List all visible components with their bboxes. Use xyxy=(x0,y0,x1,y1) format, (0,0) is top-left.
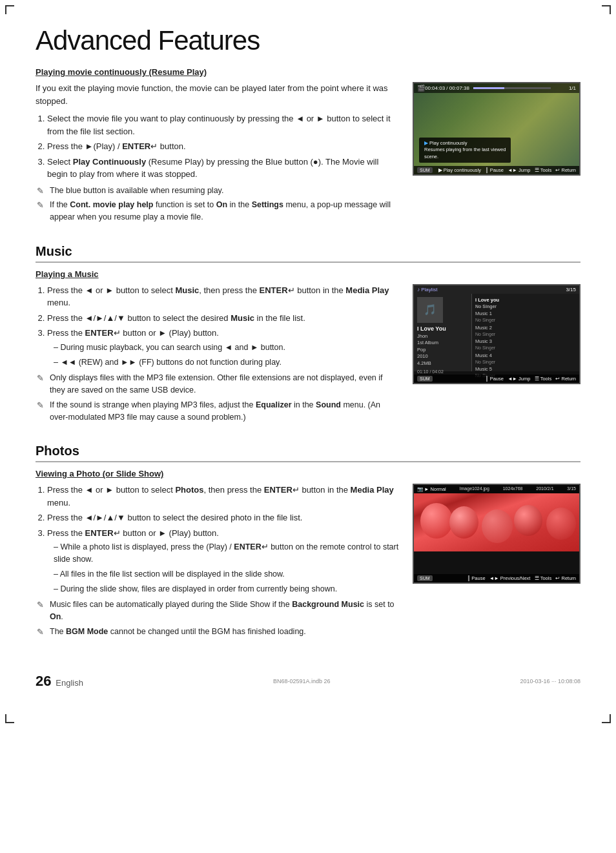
movie-popup-line2: Resumes playing from the last viewed xyxy=(424,147,506,154)
music-list-item-2: Music 1No Singer xyxy=(475,311,576,324)
photos-tv-controls: ║ Pause ◄► Previous/Next ☰ Tools ↩ Retur… xyxy=(467,575,576,581)
movie-notes: The blue button is available when resumi… xyxy=(36,185,400,223)
photos-sub-step-3: During the slide show, files are display… xyxy=(54,583,400,595)
music-size: 4.2MB xyxy=(417,360,468,367)
music-section-title: Music xyxy=(36,244,580,263)
music-subsection-title: Playing a Music xyxy=(36,269,580,279)
photos-tv-icon: 📷 ► Normal xyxy=(417,486,446,492)
photos-sum-badge: SUM xyxy=(417,575,433,581)
music-list-item-5: Music 4No Singer xyxy=(475,353,576,365)
music-tv-top-bar: ♪ Playlist 3/15 xyxy=(414,285,579,294)
movie-tv-icon: 🎬 xyxy=(417,85,425,92)
movie-progress-bar xyxy=(473,87,551,89)
apple-4 xyxy=(514,505,542,536)
music-time: 01:10 / 04:02 xyxy=(417,369,468,374)
music-notes: Only displays files with the MP3 file ex… xyxy=(36,372,400,423)
movie-note-2: If the Cont. movie play help function is… xyxy=(36,199,400,223)
page-content: Advanced Features Playing movie continuo… xyxy=(0,0,616,728)
page-footer: 26 English BN68-02591A.indb 26 2010-03-1… xyxy=(36,666,580,690)
movie-step-3: Select Play Continuously (Resume Play) b… xyxy=(47,156,400,181)
movie-progress-fill xyxy=(473,87,504,89)
music-step-1: Press the ◄ or ► button to select Music,… xyxy=(47,284,400,309)
photos-steps: Press the ◄ or ► button to select Photos… xyxy=(36,484,400,595)
movie-sum-badge: SUM xyxy=(417,167,433,173)
music-tv-right: I Love youNo Singer Music 1No Singer Mus… xyxy=(472,294,579,371)
music-tv-body: 🎵 I Love You Jhon 1st Album Pop 2010 4.2… xyxy=(414,294,579,371)
music-step-2: Press the ◄/►/▲/▼ button to select the d… xyxy=(47,312,400,325)
photos-section-title: Photos xyxy=(36,444,580,462)
movie-tv-top-bar: 🎬 00:04:03 / 00:07:38 1/1 xyxy=(414,83,579,93)
music-sub-step-2: ◄◄ (REW) and ►► (FF) buttons do not func… xyxy=(54,356,400,369)
footer-date: 2010-03-16 ··· 10:08:08 xyxy=(520,678,580,684)
music-tv-screen: ♪ Playlist 3/15 🎵 I Love You Jhon 1st Al… xyxy=(413,284,580,384)
movie-intro: If you exit the playing movie function, … xyxy=(36,82,400,107)
movie-step-1: Select the movie file you want to play c… xyxy=(47,112,400,138)
photos-subsection-title: Viewing a Photo (or Slide Show) xyxy=(36,469,580,478)
music-note-2: If the sound is strange when playing MP3… xyxy=(36,399,400,424)
corner-mark-tl xyxy=(5,5,14,14)
music-year: 2010 xyxy=(417,353,468,360)
music-note-1: Only displays files with the MP3 file ex… xyxy=(36,372,400,396)
music-step-3: Press the ENTER↵ button or ► (Play) butt… xyxy=(47,327,400,368)
footer-filename: BN68-02591A.indb 26 xyxy=(273,678,331,684)
music-sub-step-1: During music playback, you can search us… xyxy=(54,342,400,354)
music-list-item-4: Music 3No Singer xyxy=(475,338,576,351)
photos-sub-step-2: All files in the file list section will … xyxy=(54,568,400,581)
movie-image-col: 🎬 00:04:03 / 00:07:38 1/1 ▶ Play continu… xyxy=(413,82,580,176)
photos-notes: Music files can be automatically played … xyxy=(36,599,400,637)
music-tv-left: 🎵 I Love You Jhon 1st Album Pop 2010 4.2… xyxy=(414,294,472,371)
photos-step-1: Press the ◄ or ► button to select Photos… xyxy=(47,484,400,509)
photos-sub-steps: While a photo list is displayed, press t… xyxy=(47,541,400,595)
photos-image-col: 📷 ► Normal Image1024.jpg 1024x768 2010/2… xyxy=(413,484,580,584)
apple-5 xyxy=(546,508,576,540)
page-title: Advanced Features xyxy=(36,26,580,56)
music-tv-page: 3/15 xyxy=(566,287,576,293)
photos-note-2: The BGM Mode cannot be changed until the… xyxy=(36,626,400,638)
movie-text-col: If you exit the playing movie function, … xyxy=(36,82,400,226)
music-tv-bottom-bar: SUM ║ Pause ◄► Jump ☰ Tools ↩ Return xyxy=(414,375,579,383)
photos-step-3: Press the ENTER↵ button or ► (Play) butt… xyxy=(47,527,400,595)
movie-step-2: Press the ►(Play) / ENTER↵ button. xyxy=(47,140,400,153)
music-artist: Jhon xyxy=(417,333,468,340)
photos-section: Press the ◄ or ► button to select Photos… xyxy=(36,484,580,640)
movie-popup-line3: scene. xyxy=(424,154,506,161)
movie-tv-controls: ▶ Play continuously ║ Pause ◄► Jump ☰ To… xyxy=(438,167,576,173)
music-track-info: Jhon 1st Album Pop 2010 4.2MB xyxy=(417,333,468,367)
movie-section: If you exit the playing movie function, … xyxy=(36,82,580,226)
movie-steps: Select the movie file you want to play c… xyxy=(36,112,400,181)
movie-tv-time: 00:04:03 / 00:07:38 xyxy=(425,85,469,91)
corner-mark-tr xyxy=(602,5,611,14)
photos-note-1: Music files can be automatically played … xyxy=(36,599,400,623)
music-track-title: I Love You xyxy=(417,325,468,332)
photos-tv-bottom-bar: SUM ║ Pause ◄► Previous/Next ☰ Tools ↩ R… xyxy=(414,574,579,582)
movie-popup-line1: ▶ Play continuously xyxy=(424,140,506,147)
movie-note-1: The blue button is available when resumi… xyxy=(36,185,400,197)
movie-subsection-title: Playing movie continuously (Resume Play) xyxy=(36,67,580,77)
photos-tv-page: 3/15 xyxy=(567,486,576,492)
music-tv-playlist: ♪ Playlist xyxy=(417,287,438,293)
music-list-item-1: I Love youNo Singer xyxy=(475,297,576,310)
apple-2 xyxy=(449,506,478,539)
movie-tv-page: 1/1 xyxy=(569,85,576,91)
music-list-item-3: Music 2No Singer xyxy=(475,325,576,338)
music-section: Press the ◄ or ► button to select Music,… xyxy=(36,284,580,426)
music-steps: Press the ◄ or ► button to select Music,… xyxy=(36,284,400,369)
music-sum-badge: SUM xyxy=(417,376,433,382)
corner-mark-bl xyxy=(5,714,14,723)
music-image-col: ♪ Playlist 3/15 🎵 I Love You Jhon 1st Al… xyxy=(413,284,580,384)
music-album: 1st Album xyxy=(417,340,468,347)
photos-step-2: Press the ◄/►/▲/▼ button to select the d… xyxy=(47,511,400,524)
photos-apple-image xyxy=(414,493,579,551)
movie-tv-screen: 🎬 00:04:03 / 00:07:38 1/1 ▶ Play continu… xyxy=(413,82,580,176)
music-genre: Pop xyxy=(417,347,468,354)
photos-tv-date: 2010/2/1 xyxy=(536,486,553,492)
photos-sub-step-1: While a photo list is displayed, press t… xyxy=(54,541,400,566)
movie-tv-popup: ▶ Play continuously Resumes playing from… xyxy=(419,138,511,163)
photos-tv-filename: Image1024.jpg xyxy=(460,486,489,492)
apple-3 xyxy=(482,509,513,543)
page-number: 26 xyxy=(36,673,51,689)
music-sub-steps: During music playback, you can search us… xyxy=(47,342,400,369)
photos-tv-top-bar: 📷 ► Normal Image1024.jpg 1024x768 2010/2… xyxy=(414,485,579,493)
photos-text-col: Press the ◄ or ► button to select Photos… xyxy=(36,484,400,640)
page-label: English xyxy=(56,678,83,688)
